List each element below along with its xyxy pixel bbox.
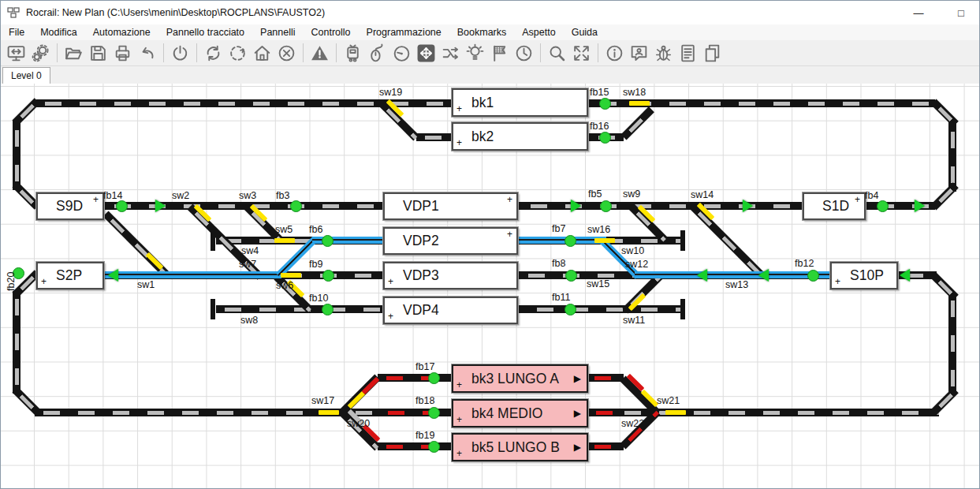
corner-top-right-upper [930,99,958,126]
block-label: VDP2 [403,233,439,249]
block-plus-mark: + [388,311,393,322]
signal-left-4[interactable] [108,269,118,282]
label-fb14: fb14 [103,190,122,201]
buffer-stop-vdp4-east [680,299,685,319]
corner-bottom-right-upper [930,272,958,300]
signal-right-1[interactable] [571,200,581,212]
label-sw15: sw15 [587,278,609,289]
block-bk2[interactable]: +bk2 [452,122,588,151]
switch-sw18-diagonal[interactable] [620,106,654,140]
block-plus-mark: + [456,137,462,148]
block-vdp3[interactable]: +VDP3 [383,262,518,289]
label-sw2: sw2 [172,190,189,201]
track-yard-lead-east [616,409,939,416]
corner-bottom-right-lower [930,387,958,415]
sensor-fb15[interactable] [599,98,611,110]
signal-left-5[interactable] [697,269,707,282]
corner-bottom-left [12,386,39,414]
signal-left-7[interactable] [900,269,910,282]
block-plus-mark: + [388,276,393,287]
rocrail-window: Rocrail: New Plan (C:\Users\menin\Deskto… [0,0,980,489]
sensor-fb3[interactable] [290,200,302,212]
route-highlight-s2p [100,271,281,278]
label-fb4: fb4 [865,190,878,201]
label-fb18: fb18 [415,395,434,406]
sensor-fb16[interactable] [599,132,611,144]
sensor-fb9[interactable] [322,270,334,282]
block-vdp2[interactable]: +VDP2 [383,227,518,255]
block-label: bk4 MEDIO [471,405,542,422]
sensor-fb12[interactable] [807,270,819,282]
label-fb7: fb7 [552,223,565,234]
label-sw4: sw4 [241,245,259,256]
block-plus-mark: + [93,194,99,205]
block-plus-mark: + [855,194,860,205]
block-vdp1[interactable]: +VDP1 [383,192,518,220]
label-sw5: sw5 [275,224,293,235]
block-s9d[interactable]: +S9D [36,192,104,220]
sensor-fb8[interactable] [565,270,577,282]
label-sw14: sw14 [691,189,714,200]
sensor-fb4[interactable] [877,200,889,212]
block-label: S9D [56,198,83,215]
label-fb12: fb12 [795,258,814,269]
sensor-fb5[interactable] [600,200,612,212]
buffer-stop-vdp4-west [211,299,215,319]
label-fb11: fb11 [552,292,570,303]
label-fb8: fb8 [552,258,565,269]
sensor-fb18[interactable] [428,407,440,419]
label-sw1: sw1 [137,279,155,290]
block-direction-arrow-icon: ▶ [574,408,581,419]
block-bk3-lungo-a[interactable]: +bk3 LUNGO A▶ [452,364,588,393]
label-sw7: sw7 [239,259,256,270]
label-fb3: fb3 [276,190,289,201]
label-sw17: sw17 [311,395,334,406]
label-sw18: sw18 [623,87,646,98]
signal-right-3[interactable] [915,200,925,212]
label-fb16: fb16 [590,121,609,132]
corner-top-right-lower [930,182,958,210]
block-bk4-medio[interactable]: +bk4 MEDIO▶ [452,399,588,427]
label-sw16: sw16 [587,224,610,235]
block-plus-mark: + [456,448,462,459]
block-label: bk5 LUNGO B [471,439,560,456]
switch-sw18-state [629,101,650,106]
switch-sw20-diagonal[interactable] [340,410,380,450]
switch-sw17-state [319,410,339,415]
route-highlight-s10p [635,271,832,278]
track-left-upper-vertical [13,121,20,190]
signal-right-0[interactable] [155,200,166,212]
label-fb6: fb6 [309,224,322,235]
label-fb10: fb10 [309,293,328,304]
sensor-fb17[interactable] [428,372,440,384]
track-right-upper-vertical [948,119,956,192]
label-sw11: sw11 [623,315,645,326]
sensor-fb10[interactable] [322,304,333,315]
block-bk1[interactable]: +bk1 [452,88,588,117]
signal-left-6[interactable] [758,269,769,282]
switch-sw14-diagonal[interactable] [690,203,765,278]
sensor-fb7[interactable] [565,235,576,247]
sensor-fb19[interactable] [428,441,440,453]
sensor-fb6[interactable] [322,235,333,247]
block-bk5-lungo-b[interactable]: +bk5 LUNGO B▶ [452,433,588,461]
block-label: bk2 [471,129,494,145]
signal-right-2[interactable] [743,200,753,212]
sensor-fb11[interactable] [565,304,576,315]
block-s10p[interactable]: +S10P [830,262,898,289]
label-sw8: sw8 [240,315,258,326]
block-label: VDP3 [403,267,439,284]
sensor-fb14[interactable] [116,200,128,212]
label-fb15: fb15 [590,87,609,98]
block-vdp4[interactable]: +VDP4 [383,297,518,324]
block-label: bk3 LUNGO A [471,371,559,387]
label-sw19: sw19 [379,87,402,98]
label-sw20: sw20 [347,418,370,429]
block-s1d[interactable]: +S1D [803,192,866,220]
buffer-stop-vdp2-west [211,230,215,251]
block-label: S2P [56,267,82,284]
switch-sw21-state [665,410,686,415]
block-s2p[interactable]: +S2P [36,262,104,289]
block-plus-mark: + [456,414,462,425]
switch-sw5-state [274,238,295,243]
